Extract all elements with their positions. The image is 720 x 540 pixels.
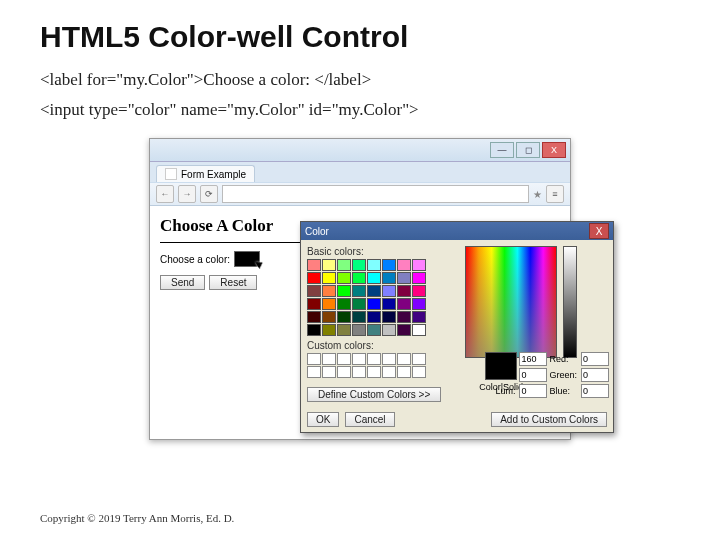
basic-color-cell[interactable] — [322, 272, 336, 284]
basic-color-cell[interactable] — [382, 324, 396, 336]
custom-color-cell[interactable] — [397, 353, 411, 365]
custom-colors-grid[interactable] — [307, 353, 457, 378]
basic-color-cell[interactable] — [412, 324, 426, 336]
dialog-titlebar: Color X — [301, 222, 613, 240]
send-button[interactable]: Send — [160, 275, 205, 290]
reset-button[interactable]: Reset — [209, 275, 257, 290]
basic-color-cell[interactable] — [367, 324, 381, 336]
forward-button[interactable]: → — [178, 185, 196, 203]
custom-color-cell[interactable] — [367, 353, 381, 365]
custom-color-cell[interactable] — [307, 366, 321, 378]
custom-color-cell[interactable] — [307, 353, 321, 365]
custom-color-cell[interactable] — [352, 366, 366, 378]
custom-color-cell[interactable] — [367, 366, 381, 378]
basic-color-cell[interactable] — [397, 272, 411, 284]
reload-button[interactable]: ⟳ — [200, 185, 218, 203]
custom-color-cell[interactable] — [322, 353, 336, 365]
copyright-footer: Copyright © 2019 Terry Ann Morris, Ed. D… — [40, 512, 234, 524]
basic-color-cell[interactable] — [322, 259, 336, 271]
custom-color-cell[interactable] — [337, 353, 351, 365]
basic-color-cell[interactable] — [382, 272, 396, 284]
basic-color-cell[interactable] — [412, 311, 426, 323]
basic-colors-label: Basic colors: — [307, 246, 457, 257]
basic-color-cell[interactable] — [367, 298, 381, 310]
basic-color-cell[interactable] — [382, 259, 396, 271]
basic-color-cell[interactable] — [307, 311, 321, 323]
basic-color-cell[interactable] — [412, 272, 426, 284]
basic-color-cell[interactable] — [397, 259, 411, 271]
menu-button[interactable]: ≡ — [546, 185, 564, 203]
basic-color-cell[interactable] — [382, 298, 396, 310]
color-well[interactable] — [234, 251, 260, 267]
address-bar[interactable] — [222, 185, 529, 203]
sat-input[interactable] — [519, 368, 547, 382]
dialog-close-button[interactable]: X — [589, 223, 609, 239]
cancel-button[interactable]: Cancel — [345, 412, 394, 427]
basic-color-cell[interactable] — [352, 298, 366, 310]
custom-color-cell[interactable] — [322, 366, 336, 378]
basic-color-cell[interactable] — [412, 259, 426, 271]
basic-color-cell[interactable] — [367, 285, 381, 297]
basic-color-cell[interactable] — [397, 298, 411, 310]
basic-color-cell[interactable] — [307, 272, 321, 284]
custom-color-cell[interactable] — [412, 366, 426, 378]
custom-color-cell[interactable] — [337, 366, 351, 378]
page-favicon-icon — [165, 168, 177, 180]
basic-color-cell[interactable] — [307, 324, 321, 336]
basic-color-cell[interactable] — [412, 285, 426, 297]
basic-color-cell[interactable] — [307, 285, 321, 297]
bookmark-star-icon[interactable]: ★ — [533, 189, 542, 200]
blue-input[interactable] — [581, 384, 609, 398]
basic-color-cell[interactable] — [322, 298, 336, 310]
basic-color-cell[interactable] — [352, 311, 366, 323]
basic-color-cell[interactable] — [337, 311, 351, 323]
basic-color-cell[interactable] — [337, 259, 351, 271]
custom-color-cell[interactable] — [352, 353, 366, 365]
basic-color-cell[interactable] — [307, 259, 321, 271]
basic-color-cell[interactable] — [397, 324, 411, 336]
basic-color-cell[interactable] — [352, 272, 366, 284]
basic-colors-grid[interactable] — [307, 259, 457, 336]
red-input[interactable] — [581, 352, 609, 366]
define-custom-colors-button[interactable]: Define Custom Colors >> — [307, 387, 441, 402]
custom-color-cell[interactable] — [382, 366, 396, 378]
basic-color-cell[interactable] — [367, 259, 381, 271]
basic-color-cell[interactable] — [322, 324, 336, 336]
browser-tab[interactable]: Form Example — [156, 165, 255, 182]
basic-color-cell[interactable] — [337, 324, 351, 336]
color-gradient[interactable] — [465, 246, 557, 358]
custom-color-cell[interactable] — [382, 353, 396, 365]
back-button[interactable]: ← — [156, 185, 174, 203]
green-label: Green: — [549, 370, 577, 380]
basic-color-cell[interactable] — [337, 298, 351, 310]
basic-color-cell[interactable] — [322, 311, 336, 323]
basic-color-cell[interactable] — [382, 311, 396, 323]
basic-color-cell[interactable] — [352, 324, 366, 336]
basic-color-cell[interactable] — [352, 259, 366, 271]
green-input[interactable] — [581, 368, 609, 382]
custom-color-cell[interactable] — [397, 366, 411, 378]
basic-color-cell[interactable] — [322, 285, 336, 297]
basic-color-cell[interactable] — [367, 272, 381, 284]
add-to-custom-button[interactable]: Add to Custom Colors — [491, 412, 607, 427]
custom-color-cell[interactable] — [412, 353, 426, 365]
slide-title: HTML5 Color-well Control — [40, 20, 680, 54]
maximize-button[interactable]: ◻ — [516, 142, 540, 158]
basic-color-cell[interactable] — [382, 285, 396, 297]
basic-color-cell[interactable] — [307, 298, 321, 310]
luminance-bar[interactable] — [563, 246, 577, 358]
code-line-1: <label for="my.Color">Choose a color: </… — [40, 70, 680, 90]
basic-color-cell[interactable] — [397, 285, 411, 297]
tab-strip: Form Example — [150, 162, 570, 182]
basic-color-cell[interactable] — [397, 311, 411, 323]
basic-color-cell[interactable] — [352, 285, 366, 297]
lum-input[interactable] — [519, 384, 547, 398]
minimize-button[interactable]: — — [490, 142, 514, 158]
basic-color-cell[interactable] — [412, 298, 426, 310]
basic-color-cell[interactable] — [337, 285, 351, 297]
basic-color-cell[interactable] — [337, 272, 351, 284]
ok-button[interactable]: OK — [307, 412, 339, 427]
hue-input[interactable] — [519, 352, 547, 366]
basic-color-cell[interactable] — [367, 311, 381, 323]
close-button[interactable]: X — [542, 142, 566, 158]
